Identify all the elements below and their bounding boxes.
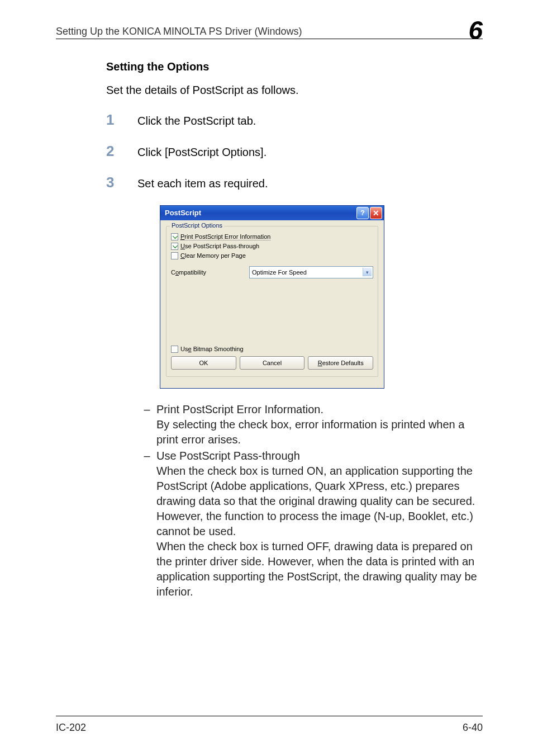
- group-title: PostScript Options: [170, 222, 224, 229]
- footer-left: IC-202: [56, 722, 86, 734]
- bullet1-title: Print PostScript Error Information.: [156, 402, 483, 417]
- dialog-titlebar: PostScript ? ✕: [160, 206, 384, 220]
- step-text-3: Set each item as required.: [137, 177, 268, 190]
- checkbox-icon[interactable]: [171, 243, 178, 250]
- step-number-1: 1: [106, 111, 137, 129]
- checkbox-icon[interactable]: [171, 252, 178, 259]
- help-button[interactable]: ?: [356, 207, 369, 219]
- step-text-1: Click the PostScript tab.: [137, 115, 256, 127]
- cancel-button[interactable]: Cancel: [240, 356, 305, 370]
- bullet-dash: –: [137, 402, 156, 447]
- checkbox-icon[interactable]: [171, 346, 178, 353]
- page-header-title: Setting Up the KONICA MINOLTA PS Driver …: [56, 26, 468, 37]
- postscript-options-group: PostScript Options Print PostScript Erro…: [166, 226, 378, 377]
- clear-memory-label: Clear Memory per Page: [180, 252, 246, 259]
- restore-defaults-button[interactable]: Restore Defaults: [308, 356, 373, 370]
- footer-right: 6-40: [463, 722, 483, 734]
- checkbox-icon[interactable]: [171, 233, 178, 240]
- postscript-dialog: PostScript ? ✕ PostScript Options Print …: [160, 205, 384, 389]
- clear-memory-checkbox-row[interactable]: Clear Memory per Page: [171, 252, 373, 259]
- bitmap-smoothing-label: Use Bitmap Smoothing: [180, 346, 244, 352]
- dialog-title: PostScript: [165, 209, 356, 217]
- section-heading: Setting the Options: [106, 60, 483, 73]
- print-error-checkbox-row[interactable]: Print PostScript Error Information: [171, 233, 373, 240]
- compatibility-select[interactable]: Optimize For Speed ▾: [249, 266, 373, 278]
- chevron-down-icon[interactable]: ▾: [363, 268, 372, 276]
- bitmap-smoothing-checkbox-row[interactable]: Use Bitmap Smoothing: [171, 346, 373, 353]
- compatibility-label: Compatibility: [171, 269, 249, 276]
- compatibility-value: Optimize For Speed: [252, 269, 307, 276]
- pass-through-checkbox-row[interactable]: Use PostScript Pass-through: [171, 243, 373, 250]
- intro-text: Set the details of PostScript as follows…: [106, 82, 483, 98]
- bullet-dash: –: [137, 448, 156, 599]
- ok-button[interactable]: OK: [171, 356, 236, 370]
- pass-through-label: Use PostScript Pass-through: [180, 243, 259, 249]
- bullet2-body: When the check box is turned ON, an appl…: [156, 464, 483, 599]
- bullet2-title: Use PostScript Pass-through: [156, 448, 483, 464]
- chapter-number: 6: [468, 20, 483, 41]
- close-button[interactable]: ✕: [370, 207, 382, 219]
- print-error-label: Print PostScript Error Information: [180, 233, 270, 240]
- step-number-3: 3: [106, 174, 137, 191]
- step-number-2: 2: [106, 143, 137, 160]
- step-text-2: Click [PostScript Options].: [137, 146, 266, 159]
- bullet1-body: By selecting the check box, error inform…: [156, 417, 483, 447]
